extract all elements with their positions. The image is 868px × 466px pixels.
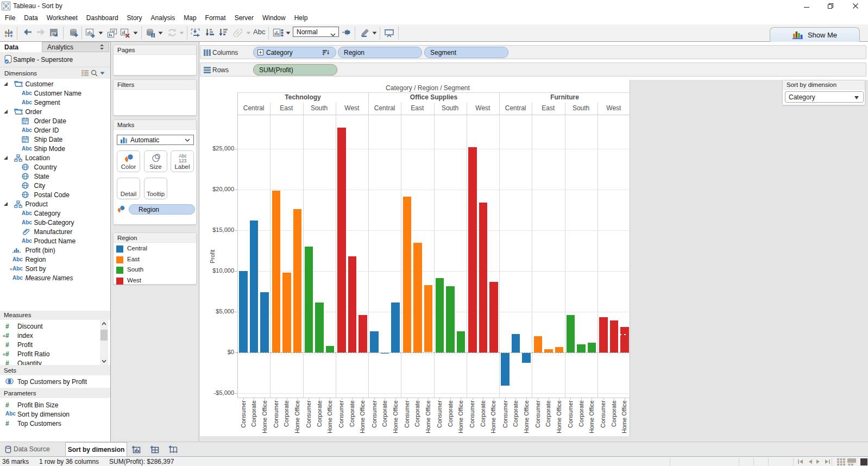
fix-axes-pin-icon[interactable] — [342, 28, 352, 36]
updown-arrows-icon[interactable] — [99, 44, 104, 50]
bar-furniture-east-corporate[interactable] — [544, 349, 553, 352]
format-pen-icon[interactable] — [359, 28, 369, 37]
bar-office-supplies-east-consumer[interactable] — [403, 197, 412, 352]
bar-technology-south-home-office[interactable] — [326, 346, 335, 352]
bar-technology-west-consumer[interactable] — [337, 128, 346, 352]
bar-furniture-west-corporate[interactable] — [610, 320, 619, 352]
sort-ascending-icon[interactable] — [205, 28, 215, 37]
field-profit[interactable]: #Profit — [0, 340, 110, 349]
bar-technology-east-home-office[interactable] — [293, 209, 302, 352]
mark-labels-abc-icon[interactable]: Abc — [253, 28, 267, 36]
menu-window[interactable]: Window — [258, 12, 290, 24]
field-state[interactable]: State — [0, 172, 110, 181]
field-discount[interactable]: #Discount — [0, 322, 110, 331]
bar-furniture-east-home-office[interactable] — [555, 347, 564, 352]
expand-triangle-icon[interactable] — [3, 201, 8, 206]
new-dashboard-icon[interactable] — [150, 445, 160, 454]
view-mode-select[interactable]: Normal — [293, 27, 339, 37]
menu-dashboard[interactable]: Dashboard — [82, 12, 123, 24]
field-quantity[interactable]: #Quantity — [0, 358, 110, 365]
field-postal-code[interactable]: Postal Code — [0, 190, 110, 199]
bar-technology-south-corporate[interactable] — [315, 303, 324, 352]
legend-item-east[interactable]: East — [114, 255, 196, 266]
scroll-thumb[interactable] — [100, 330, 108, 341]
bar-office-supplies-central-home-office[interactable] — [391, 303, 400, 352]
scroll-down-icon[interactable] — [102, 360, 106, 363]
undo-arrow-icon[interactable] — [23, 28, 33, 36]
color-shelf-pill[interactable]: Region — [129, 204, 195, 215]
caret-down-icon[interactable] — [158, 32, 163, 35]
field-region[interactable]: AbcRegion — [0, 255, 110, 264]
bar-technology-central-corporate[interactable] — [250, 221, 259, 352]
pill-expand-icon[interactable] — [257, 49, 263, 55]
expand-triangle-icon[interactable] — [3, 155, 8, 160]
bar-technology-east-consumer[interactable] — [272, 191, 281, 352]
scroll-up-icon[interactable] — [102, 322, 106, 325]
label-button[interactable]: Abc123Label — [171, 150, 194, 172]
color-button[interactable]: Color — [117, 150, 140, 172]
menu-server[interactable]: Server — [230, 12, 258, 24]
fullscreen-toggle-icon[interactable] — [860, 458, 867, 465]
rows-shelf[interactable]: Rows SUM(Profit) — [200, 62, 866, 77]
field-location[interactable]: Location — [0, 153, 110, 162]
mark-type-select[interactable]: Automatic — [117, 135, 194, 145]
datasource-item[interactable]: Sample - Superstore — [0, 52, 110, 67]
field-top-customers[interactable]: #Top Customers — [0, 419, 110, 428]
legend-item-south[interactable]: South — [114, 265, 196, 276]
bar-technology-west-home-office[interactable] — [358, 315, 367, 352]
swap-rows-columns-icon[interactable] — [191, 28, 200, 37]
presentation-mode-icon[interactable] — [384, 28, 394, 37]
bar-technology-east-corporate[interactable] — [282, 273, 291, 352]
new-story-icon[interactable] — [168, 445, 178, 454]
sort-descending-icon[interactable] — [219, 28, 229, 37]
minimize-button[interactable] — [798, 1, 815, 11]
pill-segment[interactable]: Segment — [424, 47, 508, 58]
nav-last-icon[interactable] — [825, 459, 831, 464]
field-sub-category[interactable]: AbcSub-Category — [0, 218, 110, 227]
tableau-logo-icon[interactable] — [4, 28, 14, 38]
menu-story[interactable]: Story — [123, 12, 147, 24]
field-category[interactable]: AbcCategory — [0, 209, 110, 218]
field-customer-name[interactable]: AbcCustomer Name — [0, 89, 110, 98]
bar-furniture-east-consumer[interactable] — [534, 336, 543, 352]
expand-triangle-icon[interactable] — [3, 109, 8, 114]
menu-format[interactable]: Format — [201, 12, 230, 24]
field-profit-bin-[interactable]: Profit (bin) — [0, 245, 110, 255]
field-manufacturer[interactable]: Manufacturer — [0, 227, 110, 236]
bar-office-supplies-central-consumer[interactable] — [370, 331, 379, 352]
sheet-tab-active[interactable]: Sort by dimension — [65, 442, 127, 457]
filmstrip-icon[interactable] — [847, 458, 856, 465]
bar-technology-central-consumer[interactable] — [239, 271, 248, 352]
field-sort-by-dimension[interactable]: AbcSort by dimension — [0, 410, 110, 419]
bar-furniture-south-home-office[interactable] — [588, 343, 596, 352]
size-button[interactable]: Size — [144, 150, 167, 172]
datasource-tab[interactable]: Data Source — [2, 442, 63, 457]
field-customer[interactable]: Customer — [0, 79, 110, 89]
field-country[interactable]: Country — [0, 162, 110, 172]
view-as-list-icon[interactable] — [81, 70, 89, 76]
nav-first-icon[interactable] — [797, 459, 803, 464]
bar-furniture-central-consumer[interactable] — [501, 353, 510, 386]
field-segment[interactable]: AbcSegment — [0, 98, 110, 107]
bar-office-supplies-south-consumer[interactable] — [436, 278, 444, 352]
pill-sum-profit-[interactable]: SUM(Profit) — [253, 64, 337, 75]
nav-next-icon[interactable] — [816, 459, 821, 464]
field-ship-mode[interactable]: AbcShip Mode — [0, 144, 110, 153]
legend-item-central[interactable]: Central — [114, 244, 196, 255]
pill-category[interactable]: Category — [253, 47, 336, 58]
menu-analysis[interactable]: Analysis — [147, 12, 180, 24]
field-product[interactable]: Product — [0, 199, 110, 209]
bar-furniture-west-consumer[interactable] — [599, 317, 608, 352]
bar-office-supplies-central-corporate[interactable] — [381, 353, 389, 354]
bar-furniture-west-home-office[interactable] — [620, 327, 629, 352]
caret-down-icon[interactable] — [372, 32, 377, 35]
field-order[interactable]: Order — [0, 107, 110, 116]
bar-technology-central-home-office[interactable] — [260, 292, 269, 352]
tooltip-button[interactable]: Tooltip — [144, 178, 167, 199]
tab-data[interactable]: Data — [0, 42, 42, 52]
field-top-customers-by-profit[interactable]: Top Customers by Profit — [0, 377, 110, 386]
close-button[interactable] — [847, 1, 864, 11]
sheet-sorter-icon[interactable] — [837, 458, 845, 465]
add-datasource-icon[interactable] — [69, 28, 79, 37]
field-measure-names[interactable]: AbcMeasure Names — [0, 273, 110, 282]
